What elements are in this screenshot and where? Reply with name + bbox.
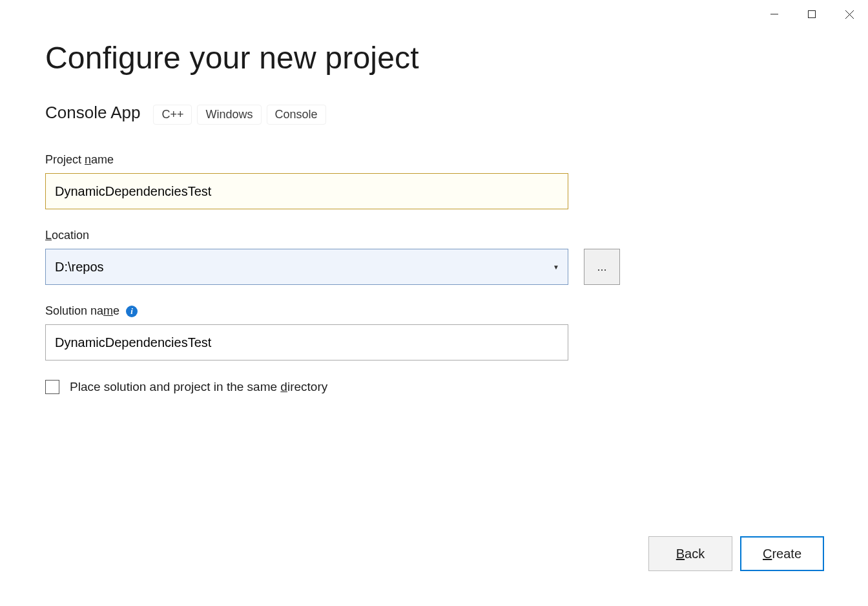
- page-title: Configure your new project: [45, 40, 823, 76]
- project-name-input[interactable]: [45, 173, 568, 209]
- maximize-icon: [808, 10, 816, 18]
- location-label: Location: [45, 229, 823, 242]
- same-directory-label[interactable]: Place solution and project in the same d…: [70, 380, 327, 394]
- project-name-label: Project name: [45, 153, 823, 167]
- browse-button[interactable]: ...: [584, 249, 620, 285]
- tag-type: Console: [267, 105, 326, 125]
- create-button[interactable]: Create: [740, 536, 824, 571]
- tag-platform: Windows: [197, 105, 261, 125]
- minimize-icon: [770, 10, 778, 18]
- close-icon: [845, 10, 854, 19]
- minimize-button[interactable]: [756, 0, 793, 28]
- main-content: Configure your new project Console App C…: [45, 40, 823, 548]
- tag-language: C++: [153, 105, 192, 125]
- same-directory-checkbox[interactable]: [45, 380, 59, 394]
- solution-name-label: Solution name i: [45, 304, 823, 318]
- solution-name-input[interactable]: [45, 324, 568, 360]
- location-dropdown[interactable]: [45, 249, 568, 285]
- location-dropdown-wrap: ▼: [45, 249, 568, 285]
- template-header: Console App C++ Windows Console: [45, 103, 823, 125]
- svg-rect-1: [809, 11, 816, 18]
- back-button[interactable]: Back: [648, 536, 732, 571]
- template-name: Console App: [45, 103, 140, 123]
- template-tags: C++ Windows Console: [153, 105, 326, 125]
- maximize-button[interactable]: [793, 0, 831, 28]
- info-icon[interactable]: i: [126, 306, 138, 317]
- footer: Back Create: [648, 536, 824, 571]
- window-controls: [756, 0, 868, 28]
- same-directory-row: Place solution and project in the same d…: [45, 380, 823, 394]
- close-button[interactable]: [831, 0, 868, 28]
